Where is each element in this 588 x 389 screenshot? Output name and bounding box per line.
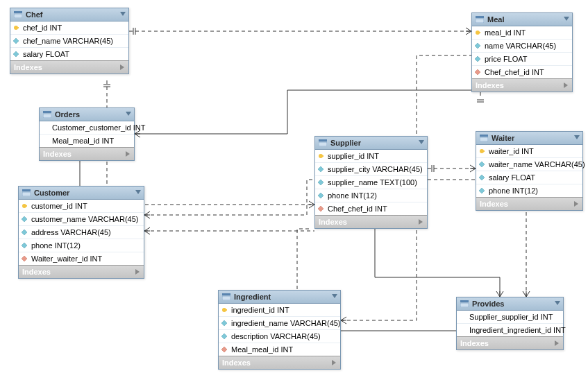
indexes-section[interactable]: Indexes bbox=[457, 336, 563, 349]
svg-marker-20 bbox=[22, 256, 27, 261]
chevron-down-icon bbox=[564, 17, 569, 21]
diamond-icon bbox=[478, 161, 485, 168]
indexes-label: Indexes bbox=[476, 81, 504, 89]
column-text: chef_name VARCHAR(45) bbox=[23, 37, 113, 45]
table-header[interactable]: Ingredient bbox=[219, 291, 340, 304]
diamond-fk-icon bbox=[221, 346, 228, 353]
column-text: name VARCHAR(45) bbox=[485, 42, 556, 50]
table-header[interactable]: Orders bbox=[40, 108, 134, 121]
diamond-fk-icon bbox=[317, 205, 324, 212]
table-header[interactable]: Provides bbox=[457, 297, 563, 311]
indexes-section[interactable]: Indexes bbox=[19, 265, 144, 278]
svg-marker-35 bbox=[475, 69, 480, 75]
table-header[interactable]: Waiter bbox=[476, 132, 582, 145]
column-row[interactable]: phone INT(12) bbox=[315, 189, 427, 202]
column-row[interactable]: description VARCHAR(45) bbox=[219, 330, 340, 343]
table-header[interactable]: Customer bbox=[19, 187, 144, 200]
indexes-section[interactable]: Indexes bbox=[472, 78, 572, 92]
table-icon bbox=[476, 16, 484, 23]
column-row[interactable]: customer_id INT bbox=[19, 200, 144, 213]
diamond-icon bbox=[474, 55, 481, 62]
key-icon bbox=[12, 24, 19, 31]
indexes-section[interactable]: Indexes bbox=[315, 215, 427, 228]
column-row[interactable]: customer_name VARCHAR(45) bbox=[19, 213, 144, 226]
key-icon bbox=[221, 306, 228, 313]
column-text: Customer_customer_id INT bbox=[52, 123, 146, 132]
column-row[interactable]: waiter_name VARCHAR(45) bbox=[476, 158, 582, 171]
svg-rect-50 bbox=[460, 300, 469, 302]
table-orders[interactable]: Orders Customer_customer_id INTMeal_meal… bbox=[39, 107, 135, 161]
table-supplier[interactable]: Supplier supplier_id INTsupplier_city VA… bbox=[314, 136, 428, 229]
column-row[interactable]: supplier_city VARCHAR(45) bbox=[315, 163, 427, 176]
table-waiter[interactable]: Waiter waiter_id INTwaiter_name VARCHAR(… bbox=[476, 131, 583, 211]
table-header[interactable]: Chef bbox=[10, 8, 128, 21]
column-row[interactable]: name VARCHAR(45) bbox=[472, 40, 572, 53]
column-row[interactable]: phone INT(12) bbox=[19, 239, 144, 252]
table-chef[interactable]: Chef chef_id INTchef_name VARCHAR(45)sal… bbox=[10, 8, 129, 74]
column-text: Chef_chef_id INT bbox=[485, 68, 544, 76]
column-text: Meal_meal_id INT bbox=[52, 137, 114, 145]
svg-rect-43 bbox=[222, 293, 230, 295]
column-row[interactable]: supplier_id INT bbox=[315, 150, 427, 163]
column-row[interactable]: Meal_meal_id INT bbox=[219, 343, 340, 356]
table-provides[interactable]: Provides Supplier_supplier_id INTIngredi… bbox=[456, 297, 564, 350]
column-row[interactable]: Supplier_supplier_id INT bbox=[457, 311, 563, 324]
table-title: Customer bbox=[34, 189, 69, 197]
column-row[interactable]: phone INT(12) bbox=[476, 184, 582, 197]
blank-icon bbox=[459, 327, 466, 334]
column-row[interactable]: price FLOAT bbox=[472, 53, 572, 66]
column-text: supplier_id INT bbox=[328, 152, 379, 160]
svg-marker-28 bbox=[318, 206, 324, 211]
column-text: chef_id INT bbox=[23, 24, 62, 32]
column-row[interactable]: ingredient_name VARCHAR(45) bbox=[219, 317, 340, 330]
table-meal[interactable]: Meal meal_id INTname VARCHAR(45)price FL… bbox=[471, 12, 573, 92]
column-row[interactable]: chef_name VARCHAR(45) bbox=[10, 35, 128, 48]
table-customer[interactable]: Customer customer_id INTcustomer_name VA… bbox=[18, 186, 144, 279]
indexes-section[interactable]: Indexes bbox=[476, 197, 582, 210]
column-row[interactable]: Chef_chef_id INT bbox=[315, 202, 427, 215]
column-text: phone INT(12) bbox=[31, 241, 81, 250]
column-row[interactable]: address VARCHAR(45) bbox=[19, 226, 144, 239]
column-text: supplier_city VARCHAR(45) bbox=[328, 165, 423, 173]
chevron-down-icon bbox=[126, 112, 131, 116]
indexes-section[interactable]: Indexes bbox=[219, 356, 340, 369]
svg-marker-40 bbox=[479, 162, 485, 167]
chevron-right-icon bbox=[332, 360, 336, 365]
column-row[interactable]: waiter_id INT bbox=[476, 145, 582, 158]
column-row[interactable]: ingredient_id INT bbox=[219, 304, 340, 317]
column-row[interactable]: Ingredient_ingredient_id INT bbox=[457, 324, 563, 336]
svg-rect-5 bbox=[14, 11, 22, 13]
indexes-label: Indexes bbox=[14, 63, 42, 71]
svg-rect-14 bbox=[22, 192, 31, 196]
table-header[interactable]: Supplier bbox=[315, 137, 427, 150]
svg-marker-10 bbox=[13, 51, 19, 57]
column-text: ingredient_id INT bbox=[231, 306, 289, 314]
chevron-right-icon bbox=[574, 201, 578, 207]
chevron-down-icon bbox=[135, 190, 141, 194]
indexes-section[interactable]: Indexes bbox=[10, 60, 128, 74]
column-text: waiter_id INT bbox=[489, 147, 534, 155]
column-row[interactable]: Meal_meal_id INT bbox=[40, 135, 134, 147]
table-ingredient[interactable]: Ingredient ingredient_id INTingredient_n… bbox=[218, 290, 341, 370]
table-title: Provides bbox=[472, 300, 504, 308]
table-icon bbox=[222, 293, 230, 300]
table-icon bbox=[319, 139, 327, 146]
indexes-section[interactable]: Indexes bbox=[40, 147, 134, 160]
column-text: Chef_chef_id INT bbox=[328, 205, 387, 213]
column-row[interactable]: Customer_customer_id INT bbox=[40, 121, 134, 135]
column-row[interactable]: chef_id INT bbox=[10, 21, 128, 35]
column-row[interactable]: Chef_chef_id INT bbox=[472, 66, 572, 78]
column-row[interactable]: salary FLOAT bbox=[10, 48, 128, 60]
indexes-label: Indexes bbox=[319, 218, 347, 226]
table-title: Ingredient bbox=[234, 293, 271, 301]
table-header[interactable]: Meal bbox=[472, 13, 572, 26]
column-row[interactable]: Waiter_waiter_id INT bbox=[19, 252, 144, 265]
column-row[interactable]: salary FLOAT bbox=[476, 171, 582, 184]
chevron-right-icon bbox=[135, 269, 140, 275]
diamond-icon bbox=[478, 187, 485, 194]
column-row[interactable]: meal_id INT bbox=[472, 26, 572, 40]
svg-marker-27 bbox=[318, 193, 324, 198]
column-row[interactable]: supplier_name TEXT(100) bbox=[315, 176, 427, 189]
column-text: description VARCHAR(45) bbox=[231, 332, 321, 340]
svg-marker-49 bbox=[221, 347, 227, 352]
